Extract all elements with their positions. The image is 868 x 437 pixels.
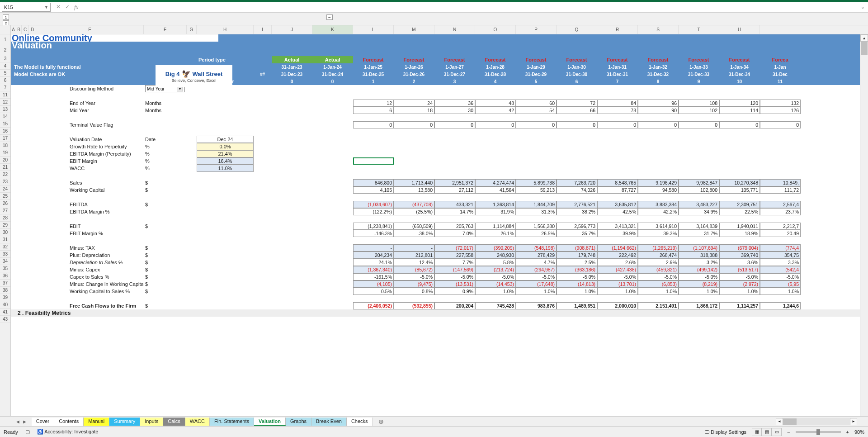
column-headers: A B C D E F G H I J K L M N O P Q R S T …: [11, 25, 868, 34]
formula-input[interactable]: [84, 3, 856, 12]
page-title-2: Valuation: [11, 42, 218, 49]
tab-cover[interactable]: Cover: [32, 418, 54, 426]
outline-collapse-icon[interactable]: −: [326, 14, 333, 20]
tab-nav-first[interactable]: ◄: [15, 419, 20, 424]
section-feasibility: 2 . Feasibilty Metrics: [16, 309, 72, 317]
cancel-icon[interactable]: ✕: [56, 4, 61, 11]
formula-expand-icon[interactable]: ⌄: [859, 4, 866, 10]
tab-inputs[interactable]: Inputs: [140, 418, 163, 426]
tab-wacc[interactable]: WACC: [185, 418, 210, 426]
macro-rec-icon[interactable]: ▢: [25, 429, 30, 435]
discounting-method-label: Discounting Method: [36, 85, 144, 92]
zoom-slider[interactable]: [796, 431, 841, 433]
page-title-1: Online Community: [11, 34, 218, 42]
accessibility-status[interactable]: ♿ Accessibility: Investigate: [37, 429, 99, 435]
tab-valuation[interactable]: Valuation: [254, 418, 286, 426]
name-box[interactable]: K15▼: [2, 3, 51, 12]
horizontal-scrollbar[interactable]: ◄ ►: [776, 418, 857, 425]
display-settings[interactable]: 🖵 Display Settings: [704, 429, 746, 435]
tab-checks[interactable]: Checks: [347, 418, 373, 426]
tab-nav-prev[interactable]: ►: [22, 419, 27, 424]
sheet-tab-bar: ◄ ► Cover Contents Manual Summary Inputs…: [0, 416, 868, 426]
tab-manual[interactable]: Manual: [84, 418, 109, 426]
tab-summary[interactable]: Summary: [109, 418, 140, 426]
add-sheet-button[interactable]: ⊕: [373, 418, 389, 425]
formula-bar: K15▼ ✕ ✓ fx ⌄: [0, 2, 868, 13]
status-bar: Ready ▢ ♿ Accessibility: Investigate 🖵 D…: [0, 426, 868, 437]
logo: Big 4 🦅 Wall Street Believe, Conceive, E…: [156, 65, 232, 87]
outline-level-1[interactable]: 1: [3, 14, 9, 20]
fx-icon[interactable]: fx: [74, 4, 78, 11]
zoom-in-icon[interactable]: +: [846, 429, 849, 435]
view-normal-icon[interactable]: ▦: [752, 428, 762, 436]
check-icon[interactable]: ✓: [65, 4, 70, 11]
zoom-level[interactable]: 90%: [854, 429, 864, 435]
tab-fin-statements[interactable]: Fin. Statements: [210, 418, 254, 426]
vertical-scrollbar[interactable]: ▲: [860, 34, 868, 416]
view-break-icon[interactable]: ▭: [772, 428, 782, 436]
tab-calcs[interactable]: Calcs: [163, 418, 185, 426]
tab-break-even[interactable]: Break Even: [311, 418, 347, 426]
zoom-out-icon[interactable]: −: [787, 429, 790, 435]
eagle-icon: 🦅: [182, 70, 191, 78]
tab-contents[interactable]: Contents: [54, 418, 84, 426]
row-headers: 1 2 3 4 5 6 7 11 12 13 14 15 16 17 18 19…: [0, 25, 11, 416]
status-ready: Ready: [4, 429, 18, 435]
view-layout-icon[interactable]: ▤: [762, 428, 772, 436]
tab-graphs[interactable]: Graphs: [286, 418, 311, 426]
outline-bar: 1 2 −: [0, 13, 868, 25]
